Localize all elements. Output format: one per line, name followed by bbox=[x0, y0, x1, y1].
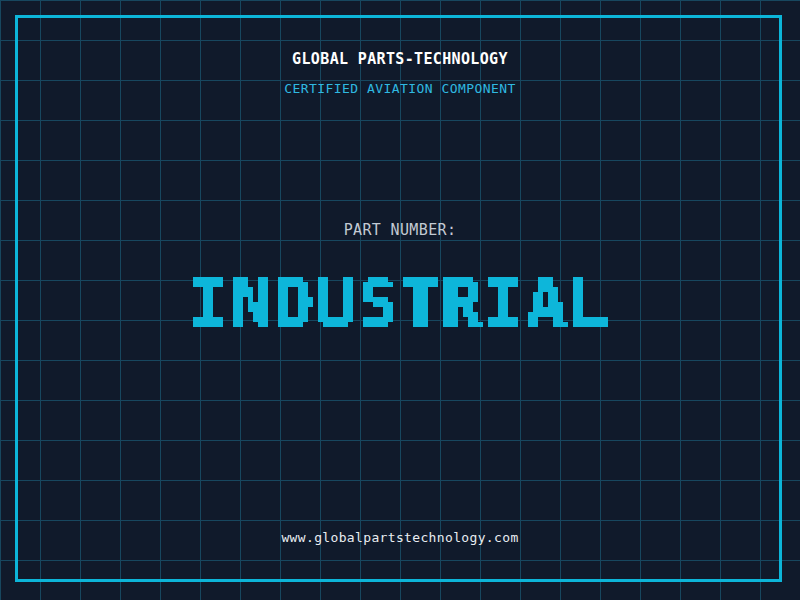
pixel-text-canvas bbox=[183, 252, 618, 352]
certificate-page: GLOBAL PARTS-TECHNOLOGY CERTIFIED AVIATI… bbox=[0, 0, 800, 600]
part-number-value: INDUSTRIAL bbox=[0, 252, 800, 352]
certification-tagline: CERTIFIED AVIATION COMPONENT bbox=[0, 81, 800, 96]
company-name: GLOBAL PARTS-TECHNOLOGY bbox=[0, 50, 800, 68]
website-url: www.globalpartstechnology.com bbox=[0, 530, 800, 545]
part-number-label: PART NUMBER: bbox=[0, 221, 800, 239]
